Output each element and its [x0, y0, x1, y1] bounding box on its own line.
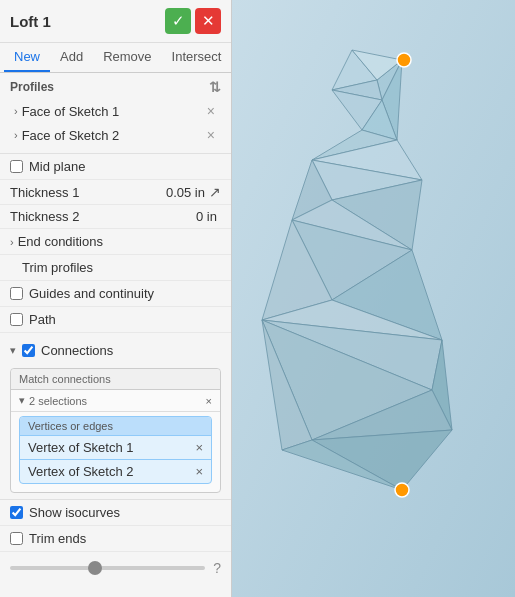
thickness2-value: 0 in — [196, 209, 217, 224]
profiles-section-header: Profiles ⇅ — [10, 79, 221, 95]
bottom-bar: ? — [0, 552, 231, 584]
thickness1-value: 0.05 in — [166, 185, 205, 200]
profiles-icons: ⇅ — [209, 79, 221, 95]
cancel-button[interactable]: ✕ — [195, 8, 221, 34]
tab-intersect[interactable]: Intersect — [162, 43, 232, 72]
end-conditions-chevron-icon: › — [10, 236, 14, 248]
left-panel: Loft 1 ✓ ✕ New Add Remove Intersect ▲ Pr… — [0, 0, 232, 597]
match-selections-label: 2 selections — [29, 395, 202, 407]
connections-header[interactable]: ▾ Connections — [10, 339, 221, 362]
tab-new[interactable]: New — [4, 43, 50, 72]
end-conditions-row[interactable]: › End conditions — [0, 229, 231, 255]
viewport-panel — [232, 0, 515, 597]
thickness2-label: Thickness 2 — [10, 209, 196, 224]
match-selections-close[interactable]: × — [206, 395, 212, 407]
match-connections-header: Match connections — [11, 369, 220, 390]
trim-ends-checkbox[interactable] — [10, 532, 23, 545]
slider-thumb[interactable] — [88, 561, 102, 575]
panel-title: Loft 1 — [10, 13, 161, 30]
profile-item-1[interactable]: › Face of Sketch 1 × — [10, 99, 221, 123]
match-connections-box: Match connections ▾ 2 selections × Verti… — [10, 368, 221, 493]
vertex-item-2[interactable]: Vertex of Sketch 2 × — [20, 460, 211, 483]
profile-label-2: Face of Sketch 2 — [22, 128, 205, 143]
thickness1-arrow-icon[interactable]: ↗ — [209, 184, 221, 200]
vertices-box: Vertices or edges Vertex of Sketch 1 × V… — [19, 416, 212, 484]
sort-icon[interactable]: ⇅ — [209, 79, 221, 95]
vertex-close-2[interactable]: × — [195, 464, 203, 479]
thickness2-row: Thickness 2 0 in — [0, 205, 231, 229]
help-icon[interactable]: ? — [213, 560, 221, 576]
tab-add[interactable]: Add — [50, 43, 93, 72]
vertex-close-1[interactable]: × — [195, 440, 203, 455]
tab-bar: New Add Remove Intersect ▲ — [0, 43, 231, 73]
profile-close-2[interactable]: × — [205, 127, 217, 143]
panel-content: Profiles ⇅ › Face of Sketch 1 × › Face o… — [0, 73, 231, 597]
guides-continuity-checkbox[interactable] — [10, 287, 23, 300]
trim-ends-row: Trim ends — [0, 526, 231, 552]
thickness1-row: Thickness 1 0.05 in ↗ — [0, 180, 231, 205]
vertex-item-1[interactable]: Vertex of Sketch 1 × — [20, 436, 211, 460]
chevron-right-icon-1: › — [14, 105, 18, 117]
connections-chevron-icon: ▾ — [10, 344, 16, 357]
vertex-label-2: Vertex of Sketch 2 — [28, 464, 191, 479]
vertices-header: Vertices or edges — [20, 417, 211, 436]
path-checkbox[interactable] — [10, 313, 23, 326]
profiles-label: Profiles — [10, 80, 54, 94]
trim-profiles-row[interactable]: Trim profiles — [0, 255, 231, 281]
profile-item-2[interactable]: › Face of Sketch 2 × — [10, 123, 221, 147]
path-label[interactable]: Path — [29, 312, 56, 327]
connections-label[interactable]: Connections — [41, 343, 113, 358]
vertex-dot-bottom — [395, 483, 409, 497]
tab-remove[interactable]: Remove — [93, 43, 161, 72]
isocurves-label[interactable]: Show isocurves — [29, 505, 120, 520]
connections-checkbox[interactable] — [22, 344, 35, 357]
vertex-dot-top — [397, 53, 411, 67]
isocurves-checkbox[interactable] — [10, 506, 23, 519]
mid-plane-label[interactable]: Mid plane — [29, 159, 85, 174]
profile-close-1[interactable]: × — [205, 103, 217, 119]
title-bar: Loft 1 ✓ ✕ — [0, 0, 231, 43]
mid-plane-checkbox[interactable] — [10, 160, 23, 173]
isocurves-row: Show isocurves — [0, 500, 231, 526]
path-row: Path — [0, 307, 231, 333]
trim-ends-label[interactable]: Trim ends — [29, 531, 86, 546]
3d-viewport[interactable] — [232, 0, 515, 597]
end-conditions-label: End conditions — [18, 234, 103, 249]
chevron-right-icon-2: › — [14, 129, 18, 141]
thickness1-label: Thickness 1 — [10, 185, 166, 200]
trim-profiles-label: Trim profiles — [10, 260, 93, 275]
slider-track[interactable] — [10, 566, 205, 570]
vertex-label-1: Vertex of Sketch 1 — [28, 440, 191, 455]
profiles-section: Profiles ⇅ › Face of Sketch 1 × › Face o… — [0, 73, 231, 154]
match-selections-row[interactable]: ▾ 2 selections × — [11, 390, 220, 412]
connections-section: ▾ Connections Match connections ▾ 2 sele… — [0, 333, 231, 500]
mid-plane-row: Mid plane — [0, 154, 231, 180]
profile-label-1: Face of Sketch 1 — [22, 104, 205, 119]
guides-continuity-row: Guides and continuity — [0, 281, 231, 307]
match-selections-chevron-icon: ▾ — [19, 394, 25, 407]
accept-button[interactable]: ✓ — [165, 8, 191, 34]
guides-continuity-label[interactable]: Guides and continuity — [29, 286, 154, 301]
